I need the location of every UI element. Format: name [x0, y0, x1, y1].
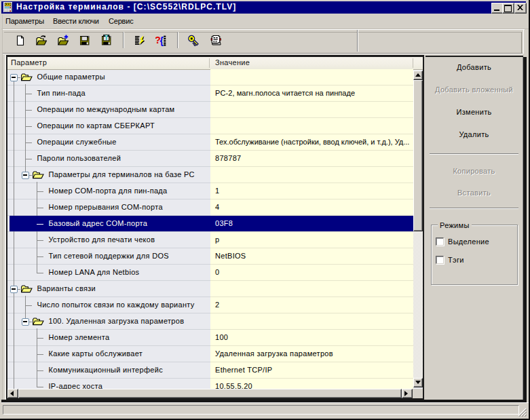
svg-text:{: { [160, 35, 164, 46]
